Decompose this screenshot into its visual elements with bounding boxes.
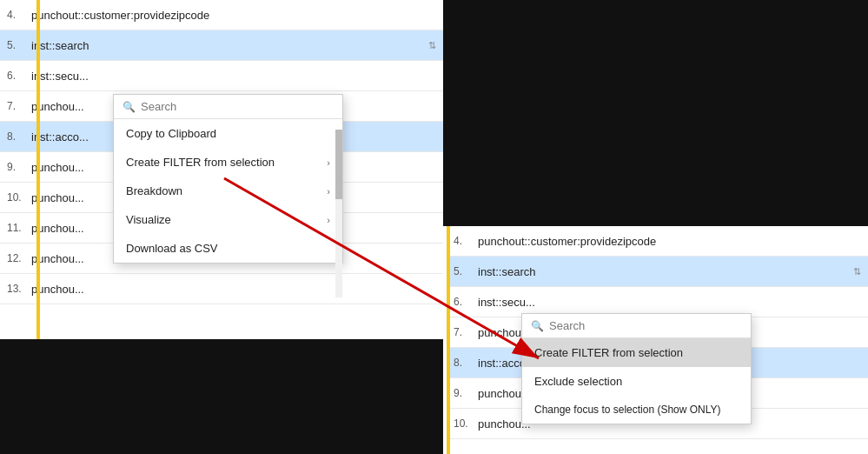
table-row-highlighted: 5. inst::search ⇅ [0, 30, 443, 61]
row-text: punchout::customer:providezipcode [478, 235, 861, 248]
table-row: 6. inst::secu... [0, 61, 443, 91]
scrollbar-thumb[interactable] [335, 130, 342, 199]
menu-item-label: Create FILTER from selection [126, 156, 275, 169]
chevron-right-icon: › [327, 186, 330, 197]
row-text: inst::search [478, 265, 853, 278]
menu-item-label: Download as CSV [126, 242, 218, 255]
menu-item-label: Change focus to selection (Show ONLY) [534, 404, 721, 416]
table-row: 4. punchout::customer:providezipcode [0, 0, 443, 30]
search-input[interactable] [141, 100, 334, 113]
black-area-top-right [443, 0, 868, 226]
row-number: 12. [7, 252, 31, 264]
row-number: 13. [7, 283, 31, 295]
sort-icon: ⇅ [853, 266, 861, 277]
row-text: punchou... [31, 283, 436, 296]
row-number: 11. [7, 222, 31, 234]
create-filter-item[interactable]: Create FILTER from selection › [114, 148, 342, 177]
row-number: 4. [7, 9, 31, 21]
row-number: 8. [454, 357, 478, 369]
download-csv-item[interactable]: Download as CSV [114, 234, 342, 263]
row-number: 10. [454, 417, 478, 430]
row-number: 10. [7, 191, 31, 204]
visualize-item[interactable]: Visualize › [114, 205, 342, 234]
sort-icon: ⇅ [428, 40, 436, 51]
table-row: 4. punchout::customer:providezipcode [447, 226, 868, 257]
black-area-bottom-left [0, 339, 443, 454]
table-row-highlighted: 5. inst::search ⇅ [447, 257, 868, 287]
create-filter-item-right[interactable]: Create FILTER from selection [522, 338, 751, 367]
menu-item-label: Create FILTER from selection [534, 346, 683, 359]
row-text: inst::secu... [31, 70, 436, 83]
row-number: 7. [454, 326, 478, 338]
search-row: 🔍 [522, 314, 751, 338]
context-menu-right[interactable]: 🔍 Create FILTER from selection Exclude s… [521, 313, 752, 424]
row-number: 7. [7, 100, 31, 112]
row-number: 4. [454, 235, 478, 247]
chevron-right-icon: › [327, 157, 330, 168]
scrollbar-track[interactable] [335, 130, 342, 297]
context-menu-left[interactable]: 🔍 Copy to Clipboard Create FILTER from s… [113, 94, 343, 264]
row-number: 5. [7, 39, 31, 51]
table-row: 13. punchou... [0, 274, 443, 304]
row-text: inst::secu... [478, 296, 861, 309]
search-input-right[interactable] [549, 319, 742, 332]
row-number: 9. [7, 161, 31, 173]
row-number: 8. [7, 130, 31, 143]
row-text: inst::search [31, 39, 428, 52]
row-text: punchout::customer:providezipcode [31, 9, 436, 22]
change-focus-item[interactable]: Change focus to selection (Show ONLY) [522, 396, 751, 424]
exclude-selection-item[interactable]: Exclude selection [522, 367, 751, 396]
yellow-accent-bar-right [447, 226, 450, 454]
breakdown-item[interactable]: Breakdown › [114, 177, 342, 205]
row-number: 9. [454, 387, 478, 399]
row-number: 5. [454, 265, 478, 277]
row-number: 6. [7, 70, 31, 82]
search-icon: 🔍 [531, 320, 544, 332]
menu-item-label: Copy to Clipboard [126, 127, 216, 140]
search-row: 🔍 [114, 95, 342, 119]
menu-item-label: Breakdown [126, 184, 182, 197]
menu-item-label: Exclude selection [534, 375, 622, 388]
copy-to-clipboard-item[interactable]: Copy to Clipboard [114, 119, 342, 148]
search-icon: 🔍 [123, 101, 136, 113]
chevron-right-icon: › [327, 215, 330, 225]
yellow-accent-bar-left [36, 0, 40, 339]
menu-item-label: Visualize [126, 213, 171, 226]
row-number: 6. [454, 296, 478, 308]
